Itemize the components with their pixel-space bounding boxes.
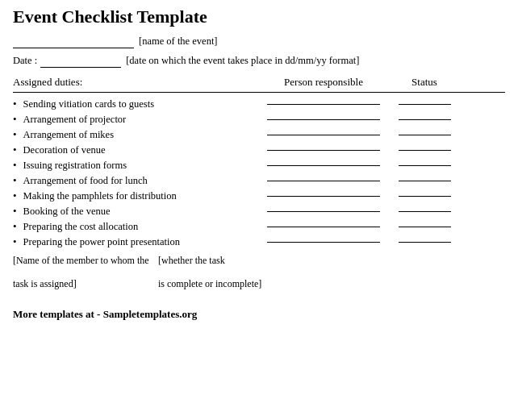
table-row: • Issuing registration forms [13, 159, 505, 172]
duty-text: Issuing registration forms [23, 160, 127, 172]
event-name-label: [name of the event] [139, 35, 218, 48]
status-line[interactable] [399, 165, 451, 166]
header-divider [13, 92, 505, 93]
person-line[interactable] [267, 196, 380, 197]
bullet-icon: • [13, 128, 17, 141]
table-row: • Preparing the cost allocation [13, 220, 505, 233]
status-line[interactable] [399, 211, 451, 212]
person-col [255, 211, 392, 212]
date-line: Date : [date on which the event takes pl… [13, 55, 505, 68]
duty-col: • Arrangement of mikes [13, 128, 255, 141]
duty-text: Preparing the cost allocation [23, 221, 139, 233]
person-line[interactable] [267, 119, 380, 120]
page-title: Event Checklist Template [13, 6, 505, 27]
table-row: • Arrangement of projector [13, 113, 505, 126]
person-col [255, 150, 392, 151]
duty-text: Decoration of venue [23, 144, 106, 156]
status-col [392, 104, 457, 105]
status-line[interactable] [399, 150, 451, 151]
bullet-icon: • [13, 189, 17, 202]
section-header: Assigned duties: Person responsible Stat… [13, 76, 505, 89]
duty-text: Sending vitiation cards to guests [23, 98, 154, 110]
bullet-icon: • [13, 174, 17, 187]
table-row: • Arrangement of mikes [13, 128, 505, 141]
date-field[interactable] [40, 55, 121, 68]
table-row: • Making the pamphlets for distribution [13, 189, 505, 202]
duty-text: Booking of the venue [23, 206, 111, 218]
person-col [255, 165, 392, 166]
page: Event Checklist Template [name of the ev… [0, 0, 518, 420]
status-line[interactable] [399, 181, 451, 181]
status-line[interactable] [399, 104, 451, 105]
person-col [255, 135, 392, 135]
person-line[interactable] [267, 150, 380, 151]
table-row: • Sending vitiation cards to guests [13, 98, 505, 110]
table-row: • Preparing the power point presentation [13, 235, 505, 248]
table-row: • Decoration of venue [13, 143, 505, 156]
person-col [255, 227, 392, 227]
status-col [392, 227, 457, 227]
status-col [392, 119, 457, 120]
duty-col: • Booking of the venue [13, 205, 255, 218]
assigned-duties-label: Assigned duties: [13, 76, 255, 89]
footer-row2: task is assigned] is complete or incompl… [13, 278, 505, 290]
duty-col: • Sending vitiation cards to guests [13, 98, 255, 110]
bottom-link: More templates at - Sampletemplates.org [13, 308, 505, 321]
bullet-icon: • [13, 98, 17, 110]
footer-col1: [Name of the member to whom the [13, 255, 158, 267]
status-line[interactable] [399, 196, 451, 197]
status-label: Status [392, 76, 457, 89]
status-line[interactable] [399, 135, 451, 135]
bullet-icon: • [13, 113, 17, 126]
duty-text: Arrangement of mikes [23, 129, 114, 141]
status-line[interactable] [399, 119, 451, 120]
person-line[interactable] [267, 181, 380, 181]
duty-text: Making the pamphlets for distribution [23, 190, 177, 202]
person-col [255, 181, 392, 181]
person-line[interactable] [267, 227, 380, 227]
person-col [255, 119, 392, 120]
duty-col: • Preparing the power point presentation [13, 235, 255, 248]
status-col [392, 135, 457, 135]
status-col [392, 196, 457, 197]
duty-text: Arrangement of projector [23, 114, 127, 126]
footer-col1b: task is assigned] [13, 278, 158, 290]
footer-col2: [whether the task [158, 255, 336, 267]
bullet-icon: • [13, 143, 17, 156]
status-col [392, 242, 457, 243]
checklist-table: • Sending vitiation cards to guests • Ar… [13, 98, 505, 248]
person-line[interactable] [267, 165, 380, 166]
person-line[interactable] [267, 211, 380, 212]
status-col [392, 150, 457, 151]
footer-note: [Name of the member to whom the [whether… [13, 255, 505, 290]
table-row: • Booking of the venue [13, 205, 505, 218]
status-col [392, 211, 457, 212]
duty-text: Preparing the power point presentation [23, 236, 180, 248]
status-line[interactable] [399, 227, 451, 227]
person-col [255, 196, 392, 197]
duty-col: • Arrangement of food for lunch [13, 174, 255, 187]
person-line[interactable] [267, 135, 380, 135]
bullet-icon: • [13, 159, 17, 172]
duty-col: • Making the pamphlets for distribution [13, 189, 255, 202]
duty-col: • Arrangement of projector [13, 113, 255, 126]
person-col [255, 242, 392, 243]
bottom-text: More templates at - Sampletemplates.org [13, 308, 197, 320]
event-name-line: [name of the event] [13, 35, 505, 48]
footer-col2b: is complete or incomplete] [158, 278, 336, 290]
footer-row1: [Name of the member to whom the [whether… [13, 255, 505, 267]
status-col [392, 181, 457, 181]
bullet-icon: • [13, 235, 17, 248]
date-hint: [date on which the event takes place in … [126, 55, 359, 67]
event-name-field[interactable] [13, 35, 134, 48]
table-row: • Arrangement of food for lunch [13, 174, 505, 187]
person-line[interactable] [267, 242, 380, 243]
duty-col: • Preparing the cost allocation [13, 220, 255, 233]
status-line[interactable] [399, 242, 451, 243]
date-label: Date : [13, 55, 37, 67]
person-line[interactable] [267, 104, 380, 105]
person-col [255, 104, 392, 105]
status-col [392, 165, 457, 166]
bullet-icon: • [13, 220, 17, 233]
person-responsible-label: Person responsible [255, 76, 392, 89]
